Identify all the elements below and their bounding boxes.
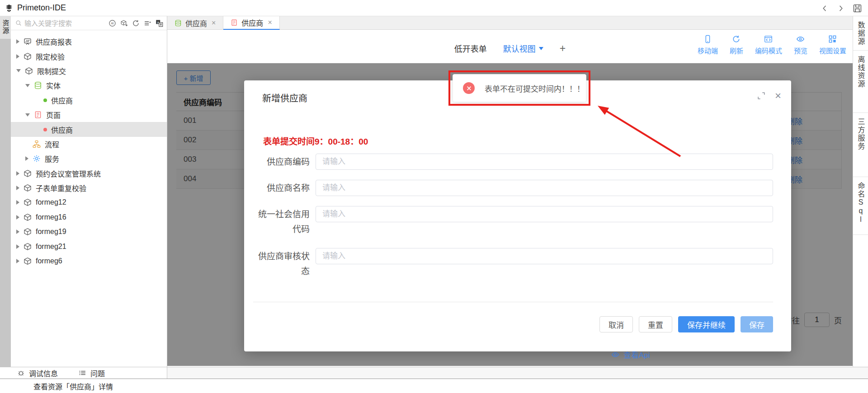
tree-item-formeg16[interactable]: formeg16 [11, 210, 167, 225]
tree-item-entity-supplier[interactable]: 供应商 [11, 93, 167, 108]
tab-supplier-page[interactable]: 供应商 × [223, 16, 279, 30]
chevron-right-icon[interactable] [16, 186, 19, 190]
save-button[interactable]: 保存 [741, 316, 773, 332]
debug-info-label: 调试信息 [29, 368, 58, 379]
chevron-right-icon[interactable] [16, 244, 19, 249]
supplier-name-input[interactable] [316, 180, 773, 196]
tab-lowcode-form[interactable]: 低开表单 [454, 42, 487, 54]
field-row-credit-code: 统一社会信用代码 [253, 206, 773, 237]
save-icon[interactable] [853, 4, 862, 13]
action-label: 移动端 [698, 46, 718, 55]
problems-label: 问题 [90, 368, 105, 379]
view-settings-button[interactable]: 视图设置 [819, 35, 846, 55]
tree-item-formeg12[interactable]: formeg12 [11, 195, 167, 210]
audit-status-input[interactable] [316, 248, 773, 264]
tree-item-limit-check[interactable]: 限定校验 [11, 49, 167, 63]
refresh-view-button[interactable]: 刷新 [730, 35, 743, 55]
translate-icon[interactable]: a [156, 19, 163, 27]
mobile-icon [703, 35, 712, 43]
tree-item-page-supplier-selected[interactable]: 供应商 [11, 122, 167, 136]
add-view-button[interactable]: + [560, 44, 566, 53]
action-label: 视图设置 [819, 46, 846, 55]
chevron-right-icon[interactable] [16, 39, 19, 44]
package-icon [24, 213, 32, 221]
tree-item-meeting-room-system[interactable]: 预约会议室管理系统 [11, 166, 167, 181]
chevron-right-icon[interactable] [16, 54, 19, 59]
rail-tab-resources[interactable]: 资源 [0, 16, 11, 39]
problems-tab[interactable]: 问题 [79, 368, 105, 379]
tree-item-flow[interactable]: 流程 [11, 137, 167, 151]
rail-tab-thirdparty-services[interactable]: 三方服务 [853, 113, 868, 177]
rail-tab-resources-label: 资源 [1, 19, 10, 35]
tree-item-formeg6[interactable]: formeg6 [11, 254, 167, 268]
tab-default-view[interactable]: 默认视图 [503, 42, 543, 54]
chevron-down-icon[interactable] [25, 113, 30, 117]
save-and-continue-button[interactable]: 保存并继续 [678, 316, 735, 332]
tab-default-view-label: 默认视图 [503, 42, 536, 54]
chevron-right-icon[interactable] [16, 259, 19, 263]
tree-item-page[interactable]: 页面 [11, 108, 167, 122]
tree-item-supplier-report[interactable]: 供应商报表 [11, 34, 167, 49]
tree-item-label: formeg19 [36, 228, 66, 236]
right-tool-rail: 数据源 离线资源 三方服务 命名Sql [853, 16, 868, 367]
eye-icon [611, 351, 619, 359]
chevron-right-icon[interactable] [25, 156, 28, 161]
tree-item-label: 限定校验 [36, 51, 65, 62]
field-label: 供应商名称 [253, 180, 310, 196]
ai-icon[interactable]: AI [108, 19, 116, 27]
tree-item-entity[interactable]: 实体 [11, 78, 167, 93]
caret-down-icon[interactable] [539, 47, 543, 52]
tree-item-label: formeg16 [36, 213, 66, 221]
rail-tab-label: 数据源 [855, 21, 866, 46]
dialog-title: 新增供应商 [262, 91, 307, 104]
tree-item-label: 供应商 [51, 124, 73, 135]
close-icon[interactable]: × [268, 19, 272, 27]
tab-label: 供应商 [241, 17, 263, 28]
close-icon[interactable]: × [775, 91, 781, 100]
credit-code-input[interactable] [316, 206, 773, 222]
close-icon[interactable]: × [212, 19, 216, 27]
refresh-icon[interactable] [132, 19, 140, 27]
tree-item-subform-check[interactable]: 子表单重复校验 [11, 181, 167, 195]
new-model-icon[interactable] [120, 19, 128, 27]
status-bar: 查看资源「供应商」详情 [0, 379, 868, 393]
supplier-code-input[interactable] [316, 154, 773, 170]
tree-item-formeg19[interactable]: formeg19 [11, 225, 167, 239]
titlebar: Primeton-IDE [0, 0, 868, 16]
tree-item-label: 流程 [45, 139, 59, 150]
tree-item-service[interactable]: 服务 [11, 151, 167, 166]
back-icon[interactable] [821, 5, 828, 12]
debug-info-tab[interactable]: 调试信息 [17, 368, 58, 379]
chevron-right-icon[interactable] [16, 215, 19, 220]
rail-tab-named-sql[interactable]: 命名Sql [853, 177, 868, 235]
field-row-supplier-name: 供应商名称 [253, 180, 773, 196]
chevron-right-icon[interactable] [16, 229, 19, 234]
mobile-view-button[interactable]: 移动端 [698, 35, 718, 55]
chevron-down-icon[interactable] [16, 69, 21, 72]
forward-icon[interactable] [837, 5, 844, 12]
preview-button[interactable]: 预览 [794, 35, 807, 55]
fullscreen-icon[interactable] [758, 92, 765, 99]
tree-item-formeg21[interactable]: formeg21 [11, 239, 167, 253]
chevron-right-icon[interactable] [16, 200, 19, 205]
tab-supplier-entity[interactable]: 供应商 × [167, 16, 223, 30]
chevron-down-icon[interactable] [25, 84, 30, 87]
tree-item-label: 页面 [46, 109, 61, 120]
rail-tab-datasource[interactable]: 数据源 [853, 16, 868, 51]
error-circle-icon [463, 82, 475, 94]
collapse-list-icon[interactable] [144, 19, 151, 27]
chevron-right-icon[interactable] [16, 171, 19, 176]
code-mode-button[interactable]: 编码模式 [755, 35, 782, 55]
svg-text:a: a [157, 20, 159, 23]
search-input[interactable] [24, 19, 106, 27]
tree-item-label: 限制提交 [37, 66, 66, 76]
app-title: Primeton-IDE [17, 3, 66, 13]
rail-tab-offline-resources[interactable]: 离线资源 [853, 51, 868, 113]
reset-button[interactable]: 重置 [639, 316, 672, 332]
resource-tree: 供应商报表 限定校验 限制提交 实体 供应商 [11, 34, 167, 268]
package-icon [24, 243, 32, 251]
error-toast-message: 表单不在可提交时间内！！！ [485, 83, 585, 94]
cancel-button[interactable]: 取消 [599, 316, 633, 332]
tree-item-limit-submit[interactable]: 限制提交 [11, 64, 167, 78]
rail-tab-label: 离线资源 [855, 56, 866, 88]
